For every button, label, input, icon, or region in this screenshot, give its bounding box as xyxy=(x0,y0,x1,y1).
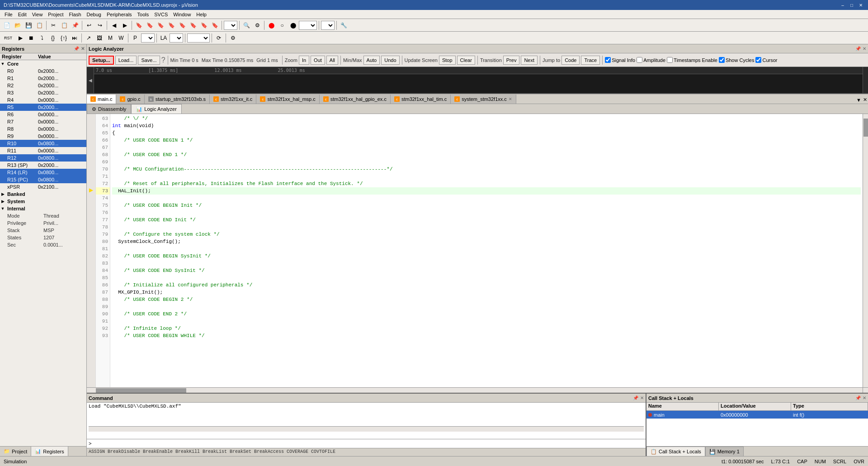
reg-row-r5[interactable]: R50x2000... xyxy=(0,104,86,111)
restore-button[interactable]: □ xyxy=(848,1,855,9)
disassembly-tab[interactable]: ⚙ Disassembly xyxy=(87,104,131,114)
cut-button[interactable]: ✂ xyxy=(48,20,58,30)
menu-window[interactable]: Window xyxy=(170,11,193,18)
bookmark7-button[interactable]: 🔖 xyxy=(199,20,209,30)
registers-tab[interactable]: 📊 Registers xyxy=(31,447,68,456)
zoom-all-button[interactable]: All xyxy=(326,56,338,65)
new-file-button[interactable]: 📄 xyxy=(2,20,12,30)
callstack-tab[interactable]: 📋 Call Stack + Locals xyxy=(646,447,705,456)
la-scroll-right[interactable] xyxy=(863,67,868,93)
bookmark1-button[interactable]: 🔖 xyxy=(134,20,144,30)
help-icon[interactable]: ? xyxy=(161,56,165,64)
debug3-button[interactable]: ⬤ xyxy=(288,20,298,30)
back-button[interactable]: ◀ xyxy=(109,20,119,30)
internal-group[interactable]: ▼ Internal xyxy=(0,205,86,212)
reg-row-r3[interactable]: R30x2000... xyxy=(0,89,86,96)
show-cycles-checkbox[interactable] xyxy=(719,57,725,63)
show-cycles-check[interactable]: Show Cycles xyxy=(719,57,755,63)
code-button[interactable]: Code xyxy=(561,56,580,65)
tool1-button[interactable]: 🔧 xyxy=(339,20,349,30)
run-cursor-button[interactable]: ⏭ xyxy=(70,33,80,43)
timestamps-checkbox[interactable] xyxy=(667,57,673,63)
amplitude-checkbox[interactable] xyxy=(637,57,642,63)
project-tab[interactable]: 📁 Project xyxy=(0,447,31,456)
tab-close-all-icon[interactable]: ✕ xyxy=(862,96,868,104)
reg-row-r12[interactable]: R120x0800... xyxy=(0,154,86,162)
system-group[interactable]: ▶ System xyxy=(0,198,86,205)
close-logic-icon[interactable]: ✕ xyxy=(863,46,866,51)
reg-row-xpsr[interactable]: xPSR0x2100... xyxy=(0,183,86,190)
reg-row-r14[interactable]: R14 (LR)0x0800... xyxy=(0,169,86,176)
callstack-row-main[interactable]: main 0x00000000 int f() xyxy=(646,411,868,419)
paste-button[interactable]: 📌 xyxy=(70,20,80,30)
zoom-in-button[interactable]: In xyxy=(299,56,309,65)
periph-dropdown[interactable] xyxy=(141,33,155,43)
reg-row-r13[interactable]: R13 (SP)0x2000... xyxy=(0,162,86,169)
pin-icon[interactable]: 📌 xyxy=(74,46,79,51)
logic-pin-icon[interactable]: 📌 xyxy=(855,46,861,51)
amplitude-check[interactable]: Amplitude xyxy=(637,57,665,63)
trace-dropdown[interactable] xyxy=(187,33,210,43)
setup-button[interactable]: Setup... xyxy=(89,56,114,65)
reg-row-r2[interactable]: R20x2000... xyxy=(0,82,86,89)
h-scroll-track[interactable] xyxy=(96,388,863,393)
memory1-tab[interactable]: 💾 Memory 1 xyxy=(705,447,744,456)
h-scroll-right[interactable] xyxy=(863,388,868,393)
cursor-checkbox[interactable] xyxy=(755,57,761,63)
menu-project[interactable]: Project xyxy=(45,11,66,18)
tab-hal-msp[interactable]: c stm32f1xx_hal_msp.c xyxy=(256,95,319,104)
save-button[interactable]: 💾 xyxy=(24,20,33,30)
auto-button[interactable]: Auto xyxy=(363,56,380,65)
tab-hal-gpio-ex[interactable]: c stm32f1xx_hal_gpio_ex.c xyxy=(320,95,391,104)
step-over-button[interactable]: ⤵ xyxy=(37,33,47,43)
step-out-button[interactable]: {↑} xyxy=(59,33,69,43)
reg-row-r8[interactable]: R80x0000... xyxy=(0,125,86,133)
reg-row-r9[interactable]: R90x0000... xyxy=(0,133,86,140)
debug-dropdown[interactable] xyxy=(299,21,317,30)
close-registers-icon[interactable]: ✕ xyxy=(81,46,85,51)
redo-button[interactable]: ↪ xyxy=(95,20,105,30)
debug-button[interactable]: ⬤ xyxy=(266,20,276,30)
mem-button[interactable]: M xyxy=(105,33,115,43)
output-dropdown[interactable] xyxy=(321,21,335,30)
h-scroll-thumb[interactable] xyxy=(96,388,186,393)
stop-button-la[interactable]: Stop xyxy=(439,56,456,65)
show-next-button[interactable]: ↗ xyxy=(84,33,94,43)
menu-flash[interactable]: Flash xyxy=(66,11,84,18)
open-button[interactable]: 📂 xyxy=(13,20,23,30)
run-button[interactable]: ▶ xyxy=(15,33,25,43)
core-group[interactable]: ▼ Core xyxy=(0,60,86,67)
reset2-button[interactable]: ⟳ xyxy=(214,33,224,43)
close-command-icon[interactable]: ✕ xyxy=(640,395,644,400)
copy-button[interactable]: 📋 xyxy=(59,20,69,30)
save-button-la[interactable]: Save... xyxy=(138,56,160,65)
bookmark8-button[interactable]: 🔖 xyxy=(210,20,220,30)
tab-system[interactable]: c system_stm32f1xx.c ✕ xyxy=(451,95,516,104)
banked-group[interactable]: ▶ Banked xyxy=(0,190,86,198)
tab-dropdown-icon[interactable]: ▼ xyxy=(855,96,862,104)
code-content[interactable]: /* \/ */ int main(void) { /* USER CODE B… xyxy=(110,114,863,387)
bookmark3-button[interactable]: 🔖 xyxy=(156,20,165,30)
trace-button[interactable]: Trace xyxy=(581,56,600,65)
undo-button-la[interactable]: Undo xyxy=(381,56,399,65)
reg-row-r0[interactable]: R00x2000... xyxy=(0,67,86,75)
tab-gpio-c[interactable]: c gpio.c xyxy=(116,95,144,104)
save-all-button[interactable]: 📋 xyxy=(34,20,44,30)
reg-row-r6[interactable]: R60x0000... xyxy=(0,111,86,118)
reg-row-r7[interactable]: R70x0000... xyxy=(0,118,86,125)
bookmark2-button[interactable]: 🔖 xyxy=(145,20,155,30)
minimize-button[interactable]: – xyxy=(839,1,846,9)
close-button[interactable]: ✕ xyxy=(857,1,864,9)
watch-button[interactable]: W xyxy=(116,33,126,43)
next-button[interactable]: Next xyxy=(521,56,538,65)
signal-info-checkbox[interactable] xyxy=(605,57,611,63)
load-button[interactable]: Load... xyxy=(115,56,137,65)
menu-file[interactable]: File xyxy=(2,11,15,18)
callstack-pin-icon[interactable]: 📌 xyxy=(855,395,861,400)
command-pin-icon[interactable]: 📌 xyxy=(633,395,638,400)
logic-analyzer-tab[interactable]: 📊 Logic Analyzer xyxy=(131,104,182,114)
settings-button[interactable]: ⚙ xyxy=(252,20,262,30)
prev-button[interactable]: Prev xyxy=(503,56,520,65)
menu-debug[interactable]: Debug xyxy=(84,11,104,18)
reg-row-r4[interactable]: R40x0000... xyxy=(0,96,86,104)
